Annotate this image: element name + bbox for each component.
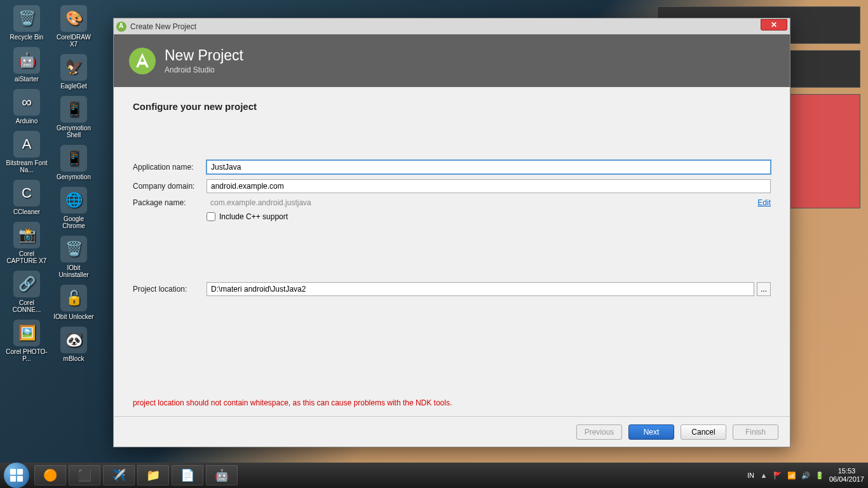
- taskbar-item-notepad[interactable]: 📄: [172, 465, 203, 485]
- desktop-icon-genymotion[interactable]: 📱Genymotion: [52, 145, 95, 180]
- start-button[interactable]: [4, 463, 29, 488]
- coreldraw-icon: 🎨: [60, 5, 87, 32]
- project-location-input[interactable]: [207, 282, 754, 296]
- browse-button[interactable]: ...: [757, 282, 771, 296]
- taskbar-item-nox[interactable]: ⬛: [69, 465, 100, 485]
- window-title: Create New Project: [130, 22, 196, 31]
- genymotion-icon: 📱: [60, 145, 87, 172]
- arduino-icon: ∞: [13, 89, 40, 116]
- volume-icon[interactable]: 🔊: [801, 471, 810, 480]
- android-studio-logo-icon: [129, 48, 156, 74]
- connect-icon: 🔗: [13, 271, 40, 297]
- location-label: Project location:: [133, 285, 207, 294]
- desktop-icon-recycle-bin[interactable]: 🗑️Recycle Bin: [5, 5, 48, 41]
- dialog-footer: Previous Next Cancel Finish: [114, 416, 790, 447]
- package-label: Package name:: [133, 198, 207, 207]
- network-icon[interactable]: 📶: [787, 471, 796, 480]
- desktop-icon-corel-connect[interactable]: 🔗Corel CONNE...: [5, 271, 48, 313]
- clock[interactable]: 15:53 06/04/2017: [829, 467, 864, 484]
- app-name-input[interactable]: [207, 160, 771, 174]
- desktop-icon-aistarter[interactable]: 🤖aiStarter: [5, 47, 48, 83]
- cancel-button[interactable]: Cancel: [681, 424, 726, 440]
- unlocker-icon: 🔓: [60, 285, 87, 311]
- header-title: New Project: [165, 47, 243, 64]
- ccleaner-icon: C: [13, 180, 40, 207]
- warning-text: project location should not contain whit…: [133, 398, 452, 407]
- titlebar[interactable]: Create New Project ✕: [114, 18, 790, 34]
- package-name-value: com.example.android.justjava: [207, 198, 752, 207]
- desktop-icon-bitstream[interactable]: ABitstream Font Na...: [5, 131, 48, 173]
- header-subtitle: Android Studio: [165, 65, 243, 74]
- taskbar-item-android-studio[interactable]: 🤖: [206, 465, 238, 485]
- next-button[interactable]: Next: [628, 424, 674, 440]
- mblock-icon: 🐼: [60, 327, 87, 353]
- finish-button: Finish: [733, 424, 778, 440]
- edit-package-link[interactable]: Edit: [757, 198, 771, 207]
- capture-icon: 📸: [13, 222, 40, 248]
- company-label: Company domain:: [133, 182, 207, 191]
- uninstaller-icon: 🗑️: [60, 236, 87, 262]
- taskbar-item-uc[interactable]: 🟠: [34, 465, 66, 485]
- desktop-icon-iobit-unlocker[interactable]: 🔓IObit Unlocker: [52, 285, 95, 320]
- show-hidden-icon[interactable]: ▲: [759, 471, 768, 480]
- desktop-icon-iobit-uninstaller[interactable]: 🗑️IObit Uninstaller: [52, 236, 95, 278]
- desktop-icon-coreldraw[interactable]: 🎨CorelDRAW X7: [52, 5, 95, 48]
- desktop: 🗑️Recycle Bin 🤖aiStarter ∞Arduino ABitst…: [0, 0, 868, 488]
- include-cpp-label: Include C++ support: [219, 212, 288, 221]
- chrome-icon: 🌐: [60, 187, 87, 214]
- desktop-icon-corel-capture[interactable]: 📸Corel CAPTURE X7: [5, 222, 48, 264]
- language-indicator[interactable]: IN: [747, 471, 754, 479]
- desktop-icon-chrome[interactable]: 🌐Google Chrome: [52, 187, 95, 229]
- close-button[interactable]: ✕: [761, 19, 787, 30]
- recycle-bin-icon: 🗑️: [13, 5, 40, 32]
- include-cpp-checkbox[interactable]: [207, 212, 215, 221]
- create-project-dialog: Create New Project ✕ New Project Android…: [113, 18, 790, 447]
- dialog-content: Configure your new project Application n…: [114, 87, 790, 296]
- taskbar-item-explorer[interactable]: 📁: [137, 465, 169, 485]
- desktop-icon-eagleget[interactable]: 🦅EagleGet: [52, 54, 95, 90]
- system-tray: IN ▲ 🚩 📶 🔊 🔋 15:53 06/04/2017: [747, 467, 864, 484]
- desktop-icons: 🗑️Recycle Bin 🤖aiStarter ∞Arduino ABitst…: [5, 5, 95, 463]
- previous-button: Previous: [576, 424, 622, 440]
- section-title: Configure your new project: [133, 101, 771, 112]
- taskbar: 🟠 ⬛ ✈️ 📁 📄 🤖 IN ▲ 🚩 📶 🔊 🔋 15:53 06/04/20…: [0, 463, 868, 488]
- app-name-label: Application name:: [133, 163, 207, 172]
- desktop-icon-mblock[interactable]: 🐼mBlock: [52, 327, 95, 362]
- dialog-header: New Project Android Studio: [114, 34, 790, 87]
- desktop-icon-arduino[interactable]: ∞Arduino: [5, 89, 48, 125]
- android-studio-icon: [116, 22, 126, 32]
- photo-icon: 🖼️: [13, 320, 40, 346]
- windows-icon: [10, 469, 23, 482]
- desktop-icon-genymotion-shell[interactable]: 📱Genymotion Shell: [52, 96, 95, 139]
- desktop-icon-ccleaner[interactable]: CCCleaner: [5, 180, 48, 215]
- company-domain-input[interactable]: [207, 179, 771, 193]
- eagleget-icon: 🦅: [60, 54, 87, 81]
- flag-icon[interactable]: 🚩: [773, 471, 782, 480]
- shell-icon: 📱: [60, 96, 87, 123]
- app-icon: 🤖: [13, 47, 40, 74]
- desktop-icon-corel-photo[interactable]: 🖼️Corel PHOTO-P...: [5, 320, 48, 362]
- battery-icon[interactable]: 🔋: [815, 471, 824, 480]
- taskbar-item-telegram[interactable]: ✈️: [103, 465, 135, 485]
- font-icon: A: [13, 131, 40, 158]
